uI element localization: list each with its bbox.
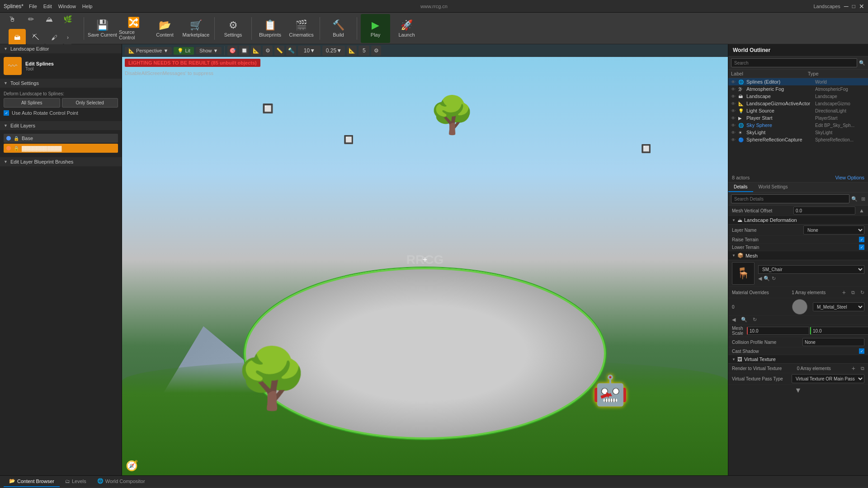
tab-world-settings[interactable]: World Settings — [753, 183, 793, 192]
save-btn[interactable]: 💾 Save Current — [88, 14, 117, 43]
vp-icon6[interactable]: 🔦 — [286, 46, 296, 56]
mesh-vertical-offset-input[interactable] — [793, 206, 855, 215]
render-vt-add-icon[interactable]: + — [852, 365, 855, 372]
scale-input[interactable]: 0.25▼ — [322, 46, 345, 56]
show-btn[interactable]: Show ▼ — [196, 47, 222, 54]
perspective-dropdown[interactable]: 📐 Perspective ▼ — [125, 47, 172, 55]
mode-paint2[interactable]: 🖌 — [46, 29, 63, 46]
vt-pass-select[interactable]: Virtual Texture OR Main Pass — [792, 374, 864, 383]
layer-name-select[interactable]: None — [803, 225, 864, 235]
vp-icon1[interactable]: 🎯 — [227, 46, 237, 56]
mode-select[interactable]: 🖱 — [4, 11, 21, 28]
details-search-input[interactable] — [731, 194, 849, 203]
menu-edit[interactable]: Edit — [43, 4, 52, 9]
lit-btn[interactable]: 💡 Lit — [174, 47, 194, 55]
base-layer-item[interactable]: 🔒 Base — [4, 134, 118, 143]
tab-levels[interactable]: 🗂 Levels — [60, 476, 92, 487]
settings-btn[interactable]: ⚙ Settings — [218, 14, 248, 43]
eye-7[interactable]: 👁 — [731, 130, 736, 135]
outliner-item-8[interactable]: 👁 🔵 SphereReflectionCapture SphereReflec… — [728, 136, 868, 143]
source-control-btn[interactable]: 🔀 Source Control — [119, 14, 148, 43]
landscape-deformation-header[interactable]: ▼ ⛰ Landscape Deformation — [728, 216, 868, 225]
launch-btn[interactable]: 🚀 Launch — [392, 14, 421, 43]
virtual-texture-header[interactable]: ▼ 🖼 Virtual Texture — [728, 355, 868, 364]
mesh-name-select[interactable]: SM_Chair — [758, 265, 864, 274]
marketplace-btn[interactable]: 🛒 Marketplace — [181, 14, 211, 43]
outliner-item-0[interactable]: 👁 🌐 Splines (Editor) World — [728, 78, 868, 85]
material-reset-icon[interactable]: ↻ — [860, 290, 864, 296]
vp-icon7[interactable]: 📐 — [347, 46, 357, 56]
expand-more[interactable]: ▼ — [728, 385, 868, 396]
all-splines-btn[interactable]: All Splines — [4, 98, 60, 108]
play-btn[interactable]: ▶ Play — [361, 14, 390, 43]
outliner-search-input[interactable] — [731, 58, 857, 67]
build-btn[interactable]: 🔨 Build — [324, 14, 353, 43]
eye-3[interactable]: 👁 — [731, 101, 736, 106]
outliner-item-2[interactable]: 👁 🏔 Landscape Landscape — [728, 93, 868, 100]
menu-file[interactable]: File — [29, 4, 37, 9]
outliner-item-6[interactable]: 👁 🌐 Sky Sphere Edit BP_Sky_Sph... — [728, 122, 868, 129]
details-layout-icon[interactable]: ⊞ — [861, 196, 865, 202]
mesh-scale-x[interactable] — [747, 327, 809, 335]
menu-help[interactable]: Help — [82, 4, 93, 9]
cast-shadow-checkbox[interactable]: ✓ — [859, 348, 864, 354]
close-btn[interactable]: ✕ — [859, 3, 864, 10]
minimize-btn[interactable]: ─ — [844, 3, 849, 10]
edit-layer-brushes-header[interactable]: ▼ Edit Layer Blueprint Brushes — [0, 157, 122, 166]
mode-sculpt[interactable]: ⛰ — [41, 11, 58, 28]
eye-6[interactable]: 👁 — [731, 123, 736, 128]
mode-sculpt2[interactable]: ⛏ — [27, 29, 44, 46]
mesh-back-icon[interactable]: ◀ — [758, 276, 762, 282]
blueprints-btn[interactable]: 📋 Blueprints — [255, 14, 285, 43]
eye-0[interactable]: 👁 — [731, 80, 736, 84]
vp-icon2[interactable]: 🔲 — [239, 46, 249, 56]
eye-1[interactable]: 👁 — [731, 87, 736, 92]
mat-search-icon[interactable]: 🔍 — [741, 317, 747, 323]
mesh-vertical-offset-icon[interactable]: ▲ — [859, 207, 864, 214]
auto-rotate-checkbox[interactable]: ✓ — [4, 110, 9, 116]
mesh-scale-y[interactable] — [810, 327, 868, 335]
outliner-item-3[interactable]: 👁 📐 LandscapeGizmoActiveActor LandscapeG… — [728, 100, 868, 107]
mat-refresh-icon[interactable]: ↻ — [753, 317, 757, 323]
collision-input[interactable] — [802, 338, 864, 346]
tab-details[interactable]: Details — [728, 183, 753, 192]
vp-num[interactable]: 5 — [359, 46, 369, 56]
mesh-search-icon[interactable]: 🔍 — [764, 276, 770, 282]
eye-2[interactable]: 👁 — [731, 94, 736, 99]
outliner-item-1[interactable]: 👁 🌫 Atmospheric Fog AtmosphericFog — [728, 85, 868, 93]
eye-5[interactable]: 👁 — [731, 116, 736, 121]
vp-icon8[interactable]: ⚙ — [371, 46, 381, 56]
outliner-item-5[interactable]: 👁 ▶ Player Start PlayerStart — [728, 114, 868, 122]
content-btn[interactable]: 📂 Content — [150, 14, 179, 43]
mat-back-icon[interactable]: ◀ — [732, 317, 736, 323]
menu-window[interactable]: Window — [58, 4, 76, 9]
grid-input[interactable]: 10▼ — [298, 46, 321, 56]
eye-8[interactable]: 👁 — [731, 137, 736, 142]
mesh-refresh-icon[interactable]: ↻ — [772, 276, 776, 282]
edit-layers-header[interactable]: ▼ Edit Layers — [0, 121, 122, 130]
vp-icon3[interactable]: 📐 — [251, 46, 261, 56]
vp-icon4[interactable]: ⚙ — [263, 46, 273, 56]
mode-manage[interactable]: 🏔 — [9, 29, 26, 46]
view-options-btn[interactable]: View Options — [835, 175, 864, 180]
details-search-icon[interactable]: 🔍 — [851, 196, 858, 202]
material-add-icon[interactable]: + — [842, 289, 846, 296]
only-selected-btn[interactable]: Only Selected — [62, 98, 118, 108]
mode-foliage[interactable]: 🌿 — [59, 11, 76, 28]
material-name-select[interactable]: M_Metal_Steel — [813, 302, 864, 311]
outliner-item-7[interactable]: 👁 ☀ SkyLight SkyLight — [728, 129, 868, 136]
landscape-editor-header[interactable]: ▼ Landscape Editor — [0, 44, 122, 53]
tab-world-compositor[interactable]: 🌐 World Compositor — [92, 476, 151, 487]
material-copy-icon[interactable]: ⧉ — [851, 290, 855, 296]
mode-arrow[interactable]: › — [64, 29, 71, 46]
raise-terrain-checkbox[interactable]: ✓ — [859, 237, 864, 242]
maximize-btn[interactable]: □ — [852, 3, 855, 9]
vp-icon5[interactable]: 📏 — [274, 46, 284, 56]
cinematics-btn[interactable]: 🎬 Cinematics — [287, 14, 316, 43]
eye-4[interactable]: 👁 — [731, 108, 736, 113]
tab-content-browser[interactable]: 📂 Content Browser — [4, 476, 60, 487]
mode-paint[interactable]: ✏ — [22, 11, 39, 28]
search-icon[interactable]: 🔍 — [859, 60, 865, 66]
mesh-section-header[interactable]: ▼ 📦 Mesh — [728, 251, 868, 260]
lower-terrain-checkbox[interactable]: ✓ — [859, 244, 864, 250]
